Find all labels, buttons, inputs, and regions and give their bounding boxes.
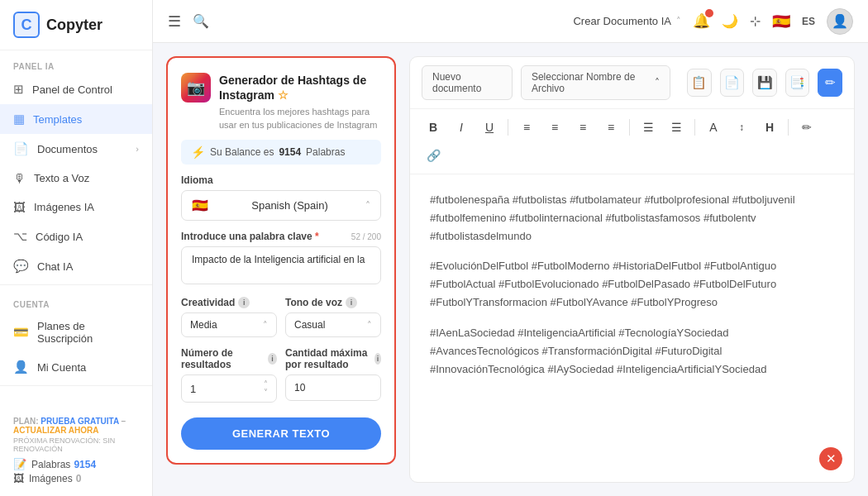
action-btn-1[interactable]: 📋 [687,69,712,97]
max-results-label: Cantidad máxima por resultado [285,347,371,370]
palabras-value: 9154 [74,459,96,470]
credits-section: PLAN: PRUEBA GRATUITA – ACTUALIZAR AHORA… [0,407,152,496]
align-justify-btn[interactable]: ≡ [599,116,622,139]
align-center-btn[interactable]: ≡ [543,116,566,139]
sidebar-item-imagenes-ia[interactable]: 🖼 Imágenes IA [0,193,152,222]
logo-area: C Copyter [0,0,152,50]
idioma-value: Spanish (Spain) [251,199,328,212]
content-paragraph-3: #IAenLaSociedad #InteligenciaArtificial … [430,324,834,379]
language-code[interactable]: ES [802,16,815,27]
idioma-select[interactable]: 🇪🇸 Spanish (Spain) ˄ [181,190,381,221]
creatividad-col: Creatividad i Media ˄ [181,297,277,337]
sidebar-item-documentos[interactable]: 📄 Documentos › [0,134,152,164]
link-btn[interactable]: 🔗 [422,144,445,167]
bold-btn[interactable]: B [422,116,445,139]
max-results-info-icon[interactable]: i [374,353,381,365]
user-avatar[interactable]: 👤 [827,8,853,35]
sidebar-item-label: Planes de Suscripción [37,320,139,345]
plan-free[interactable]: PRUEBA GRATUITA [41,417,118,426]
divider [0,284,152,285]
creatividad-label: Creatividad [181,297,235,308]
max-results-input[interactable] [285,374,381,401]
language-flag[interactable]: 🇪🇸 [772,12,790,31]
tono-select[interactable]: Casual ˄ [285,312,381,337]
sidebar-item-label: Documentos [37,143,98,155]
palabras-label: Palabras [31,459,70,470]
num-results-input[interactable]: 1 ˄ ˅ [181,374,277,403]
keyword-input[interactable]: Impacto de la Inteligencia artificial en… [181,246,381,284]
generate-button[interactable]: GENERAR TEXTO [181,417,381,450]
max-results-label-row: Cantidad máxima por resultado i [285,347,381,370]
hamburger-icon[interactable]: ☰ [168,12,181,31]
toolbar-sep1 [508,119,508,136]
sidebar-item-label: Templates [33,113,82,126]
templates-icon: ▦ [13,112,25,126]
plan-upgrade[interactable]: ACTUALIZAR AHORA [13,426,99,435]
renovacion-label: PRÓXIMA RENOVACIÓN: SIN RENOVACIÓN [13,436,139,453]
sidebar-item-panel-control[interactable]: ⊞ Panel de Control [0,74,152,104]
main-content: 📷 Generador de Hashtags de Instagram ☆ E… [153,43,868,496]
chevron-down-icon[interactable]: ˅ [264,389,268,397]
action-btn-4[interactable]: 📑 [785,69,810,97]
num-results-stepper[interactable]: ˄ ˅ [264,380,268,397]
num-max-row: Número de resultados i 1 ˄ ˅ Cantidad má… [181,347,381,403]
list-ul-btn[interactable]: ☰ [665,116,688,139]
dark-mode-icon[interactable]: 🌙 [722,13,738,29]
sidebar-item-texto-voz[interactable]: 🎙 Texto a Voz [0,164,152,193]
sidebar-item-planes[interactable]: 💳 Planes de Suscripción [0,312,152,352]
list-ol-btn[interactable]: ☰ [637,116,660,139]
plan-info: PLAN: PRUEBA GRATUITA – ACTUALIZAR AHORA [13,417,139,435]
file-name-label: Seleccionar Nombre de Archivo [532,71,650,94]
expand-icon[interactable]: ⊹ [750,13,761,29]
align-left-btn[interactable]: ≡ [515,116,538,139]
app-name: Copyter [46,17,103,34]
action-btn-5[interactable]: ✏ [818,69,842,97]
char-count: 52 / 200 [351,232,381,241]
editor-toolbar: B I U ≡ ≡ ≡ ≡ ☰ ☰ A ↕ H ✏ 🔗 [410,109,854,174]
sidebar-item-codigo-ia[interactable]: ⌥ Código IA [0,222,152,251]
top-navigation: ☰ 🔍 Crear Documento IA ˄ 🔔 🌙 ⊹ 🇪🇸 ES 👤 [153,0,868,43]
required-marker: * [315,231,319,242]
num-results-info-icon[interactable]: i [268,353,277,365]
search-icon[interactable]: 🔍 [193,13,209,29]
tono-value: Casual [294,319,325,331]
paint-btn[interactable]: ✏ [795,116,818,139]
file-name-button[interactable]: Seleccionar Nombre de Archivo ˄ [521,65,670,100]
notification-badge [705,9,713,17]
instagram-icon: 📷 [181,73,211,103]
notification-bell[interactable]: 🔔 [693,12,710,30]
section-cuenta: CUENTA [0,289,152,312]
balance-box: ⚡ Su Balance es 9154 Palabras [181,140,381,165]
editor-content: #futbolenespaña #futbolistas #futbolamat… [410,174,854,482]
creatividad-info-icon[interactable]: i [238,297,250,308]
sidebar-item-chat-ia[interactable]: 💬 Chat IA [0,251,152,281]
plan-sep: – [122,417,126,426]
toolbar-sep2 [629,119,630,136]
indent-btn[interactable]: ↕ [730,116,753,139]
align-right-btn[interactable]: ≡ [571,116,594,139]
crear-label: Crear Documento IA [573,15,671,27]
sidebar-item-mi-cuenta[interactable]: 👤 Mi Cuenta [0,352,152,382]
underline-btn[interactable]: U [478,116,501,139]
num-results-col: Número de resultados i 1 ˄ ˅ [181,347,277,403]
generator-card: 📷 Generador de Hashtags de Instagram ☆ E… [166,56,396,465]
words-icon: 📝 [13,458,26,470]
content-paragraph-2: #EvoluciónDelFutbol #FutbolModerno #Hist… [430,257,834,312]
doc-name-button[interactable]: Nuevo documento [422,65,513,100]
error-badge[interactable]: ✕ [819,447,842,470]
doc-name-label: Nuevo documento [432,71,502,94]
sidebar-item-templates[interactable]: ▦ Templates [0,104,152,134]
heading-btn[interactable]: H [758,116,781,139]
idioma-group: Idioma 🇪🇸 Spanish (Spain) ˄ [181,174,381,221]
tono-info-icon[interactable]: i [346,297,357,308]
sidebar-item-label: Mi Cuenta [37,361,86,374]
font-size-btn[interactable]: A [702,116,725,139]
action-btn-3[interactable]: 💾 [752,69,777,97]
creatividad-select[interactable]: Media ˄ [181,312,277,337]
crear-documento-btn[interactable]: Crear Documento IA ˄ [573,15,681,27]
italic-btn[interactable]: I [450,116,473,139]
bolt-icon: ⚡ [191,145,205,159]
content-paragraph-1: #futbolenespaña #futbolistas #futbolamat… [430,191,834,246]
user-icon: 👤 [13,360,29,374]
action-btn-2[interactable]: 📄 [720,69,745,97]
